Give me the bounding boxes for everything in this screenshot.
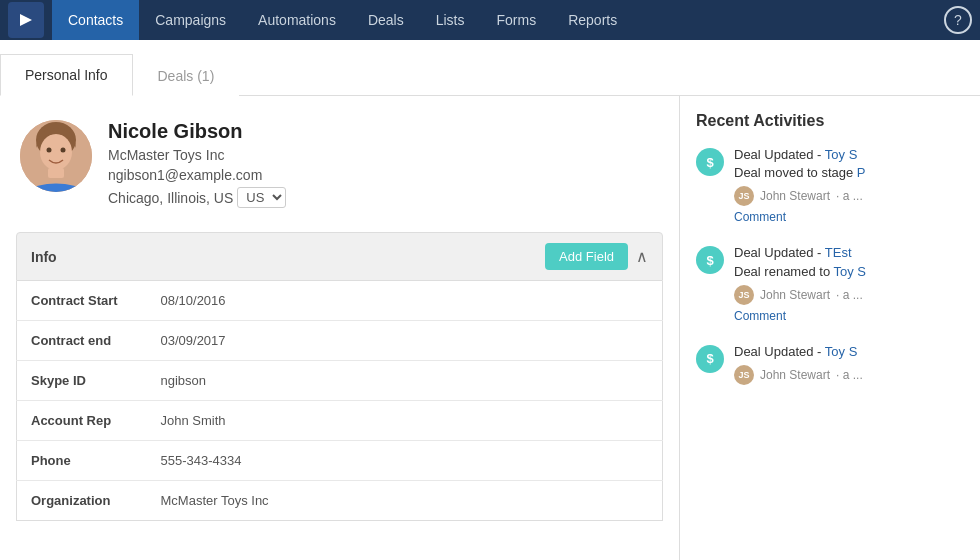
profile-section: Nicole Gibson McMaster Toys Inc ngibson1… xyxy=(0,96,679,232)
activity-user-name: John Stewart xyxy=(760,368,830,382)
top-nav: Contacts Campaigns Automations Deals Lis… xyxy=(0,0,980,40)
nav-forms[interactable]: Forms xyxy=(481,0,553,40)
main-layout: Nicole Gibson McMaster Toys Inc ngibson1… xyxy=(0,96,980,560)
field-label: Account Rep xyxy=(17,401,147,441)
activity-dollar-icon: $ xyxy=(696,345,724,373)
field-label: Phone xyxy=(17,441,147,481)
activity-stage-link[interactable]: Toy S xyxy=(834,264,867,279)
field-value: 555-343-4334 xyxy=(147,441,663,481)
activity-meta: JS John Stewart · a ... xyxy=(734,365,964,385)
table-row: Organization McMaster Toys Inc xyxy=(17,481,663,521)
activity-meta: JS John Stewart · a ... xyxy=(734,285,964,305)
activity-user-avatar: JS xyxy=(734,186,754,206)
field-label: Organization xyxy=(17,481,147,521)
activity-time: · a ... xyxy=(836,288,863,302)
activity-user-name: John Stewart xyxy=(760,288,830,302)
activity-content: Deal Updated - Toy S JS John Stewart · a… xyxy=(734,343,964,385)
svg-point-3 xyxy=(40,134,72,170)
info-header: Info Add Field ∧ xyxy=(16,232,663,281)
activity-comment-link[interactable]: Comment xyxy=(734,309,964,323)
field-value: McMaster Toys Inc xyxy=(147,481,663,521)
activity-time: · a ... xyxy=(836,189,863,203)
app-logo[interactable] xyxy=(8,2,44,38)
left-panel: Nicole Gibson McMaster Toys Inc ngibson1… xyxy=(0,96,680,560)
nav-campaigns[interactable]: Campaigns xyxy=(139,0,242,40)
svg-marker-0 xyxy=(20,14,32,26)
activity-subtitle-text: Deal renamed to xyxy=(734,264,834,279)
profile-company: McMaster Toys Inc xyxy=(108,147,286,163)
svg-rect-6 xyxy=(48,168,64,178)
activity-content: Deal Updated - Toy S Deal moved to stage… xyxy=(734,146,964,224)
activity-item: $ Deal Updated - Toy S JS John Stewart ·… xyxy=(696,343,964,385)
field-value: 03/09/2017 xyxy=(147,321,663,361)
activity-dollar-icon: $ xyxy=(696,246,724,274)
location-dropdown[interactable]: US xyxy=(237,187,286,208)
tab-deals[interactable]: Deals (1) xyxy=(133,55,240,96)
avatar xyxy=(20,120,92,192)
activity-dollar-icon: $ xyxy=(696,148,724,176)
activity-user-avatar: JS xyxy=(734,285,754,305)
activity-title: Deal Updated - Toy S xyxy=(734,146,964,164)
info-section: Info Add Field ∧ Contract Start 08/10/20… xyxy=(0,232,679,537)
field-label: Contract Start xyxy=(17,281,147,321)
nav-automations[interactable]: Automations xyxy=(242,0,352,40)
info-actions: Add Field ∧ xyxy=(545,243,648,270)
field-label: Skype ID xyxy=(17,361,147,401)
table-row: Phone 555-343-4334 xyxy=(17,441,663,481)
profile-location: Chicago, Illinois, US US xyxy=(108,187,286,208)
tab-personal-info[interactable]: Personal Info xyxy=(0,54,133,96)
field-value: John Smith xyxy=(147,401,663,441)
activity-subtitle-text: Deal moved to stage xyxy=(734,165,857,180)
activity-comment-link[interactable]: Comment xyxy=(734,210,964,224)
svg-point-4 xyxy=(47,148,52,153)
table-row: Account Rep John Smith xyxy=(17,401,663,441)
table-row: Contract end 03/09/2017 xyxy=(17,321,663,361)
help-button[interactable]: ? xyxy=(944,6,972,34)
activity-user-name: John Stewart xyxy=(760,189,830,203)
nav-lists[interactable]: Lists xyxy=(420,0,481,40)
activity-content: Deal Updated - TEst Deal renamed to Toy … xyxy=(734,244,964,322)
profile-info: Nicole Gibson McMaster Toys Inc ngibson1… xyxy=(108,120,286,208)
recent-activities-title: Recent Activities xyxy=(696,112,964,130)
table-row: Skype ID ngibson xyxy=(17,361,663,401)
field-label: Contract end xyxy=(17,321,147,361)
nav-deals[interactable]: Deals xyxy=(352,0,420,40)
nav-reports[interactable]: Reports xyxy=(552,0,633,40)
sub-tabs: Personal Info Deals (1) xyxy=(0,40,980,96)
activity-subtitle: Deal renamed to Toy S xyxy=(734,263,964,281)
add-field-button[interactable]: Add Field xyxy=(545,243,628,270)
location-text: Chicago, Illinois, US xyxy=(108,190,233,206)
activity-stage-link[interactable]: P xyxy=(857,165,866,180)
activity-subtitle: Deal moved to stage P xyxy=(734,164,964,182)
info-table: Contract Start 08/10/2016 Contract end 0… xyxy=(16,281,663,521)
activity-item: $ Deal Updated - TEst Deal renamed to To… xyxy=(696,244,964,322)
activity-user-avatar: JS xyxy=(734,365,754,385)
svg-point-5 xyxy=(61,148,66,153)
activity-title-text: Deal Updated - xyxy=(734,245,825,260)
activity-title: Deal Updated - TEst xyxy=(734,244,964,262)
activity-deal-link[interactable]: TEst xyxy=(825,245,852,260)
collapse-button[interactable]: ∧ xyxy=(636,247,648,266)
activity-meta: JS John Stewart · a ... xyxy=(734,186,964,206)
activity-title-text: Deal Updated - xyxy=(734,344,825,359)
table-row: Contract Start 08/10/2016 xyxy=(17,281,663,321)
field-value: ngibson xyxy=(147,361,663,401)
activity-deal-link[interactable]: Toy S xyxy=(825,147,858,162)
activity-item: $ Deal Updated - Toy S Deal moved to sta… xyxy=(696,146,964,224)
activity-time: · a ... xyxy=(836,368,863,382)
activity-title: Deal Updated - Toy S xyxy=(734,343,964,361)
profile-name: Nicole Gibson xyxy=(108,120,286,143)
profile-email: ngibson1@example.com xyxy=(108,167,286,183)
nav-items: Contacts Campaigns Automations Deals Lis… xyxy=(52,0,944,40)
activity-deal-link[interactable]: Toy S xyxy=(825,344,858,359)
activity-title-text: Deal Updated - xyxy=(734,147,825,162)
field-value: 08/10/2016 xyxy=(147,281,663,321)
info-title: Info xyxy=(31,249,57,265)
nav-contacts[interactable]: Contacts xyxy=(52,0,139,40)
right-panel: Recent Activities $ Deal Updated - Toy S… xyxy=(680,96,980,560)
